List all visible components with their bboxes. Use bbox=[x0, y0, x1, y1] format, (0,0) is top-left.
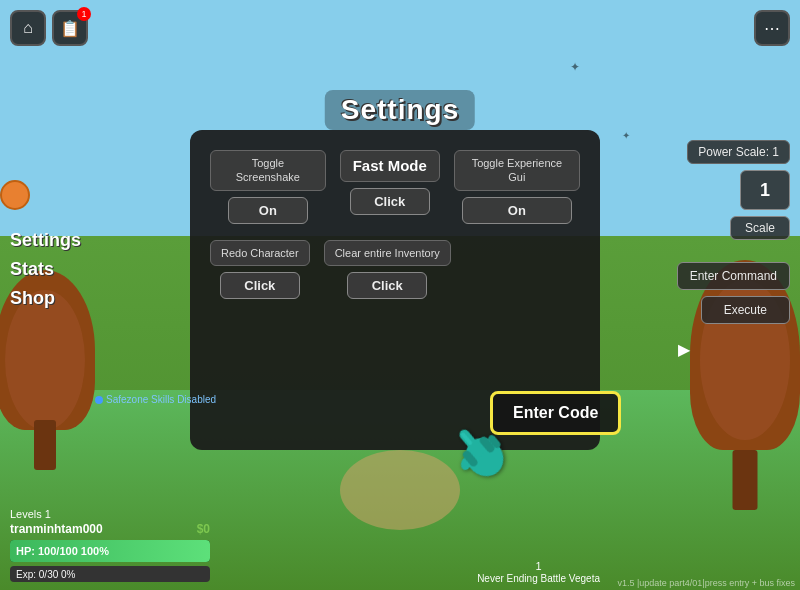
nav-settings[interactable]: Settings bbox=[10, 230, 81, 251]
home-button[interactable]: ⌂ bbox=[10, 10, 46, 46]
notification-icon: 📋 bbox=[60, 19, 80, 38]
fast-mode-item: Fast Mode Click bbox=[340, 150, 440, 215]
fast-mode-button[interactable]: Click bbox=[350, 188, 430, 215]
clear-inventory-item: Clear entire Inventory Click bbox=[324, 240, 451, 299]
power-scale-input[interactable]: 1 bbox=[740, 170, 790, 210]
fast-mode-label: Fast Mode bbox=[340, 150, 440, 182]
hp-bar-container: HP: 100/100 100% bbox=[10, 540, 210, 562]
redo-character-item: Redo Character Click bbox=[210, 240, 310, 299]
version-text: v1.5 |update part4/01|press entry + bus … bbox=[612, 576, 800, 590]
more-options-icon: ⋯ bbox=[764, 19, 780, 38]
hp-text: HP: 100/100 100% bbox=[16, 545, 109, 557]
safezone-text: Safezone Skills Disabled bbox=[106, 394, 216, 405]
right-panel: Power Scale: 1 1 Scale Enter Command Exe… bbox=[677, 140, 790, 324]
execute-button[interactable]: Execute bbox=[701, 296, 790, 324]
more-options-button[interactable]: ⋯ bbox=[754, 10, 790, 46]
battle-name: Never Ending Battle Vegeta bbox=[477, 572, 600, 585]
notification-button[interactable]: 📋 1 bbox=[52, 10, 88, 46]
player-character-icon bbox=[0, 180, 30, 210]
clear-inventory-button[interactable]: Click bbox=[347, 272, 427, 299]
toggle-experience-gui-item: Toggle Experience Gui On bbox=[454, 150, 580, 224]
toggle-screenshake-item: Toggle Screenshake On bbox=[210, 150, 326, 224]
home-icon: ⌂ bbox=[23, 19, 33, 37]
enter-command-button[interactable]: Enter Command bbox=[677, 262, 790, 290]
exp-bar-container: Exp: 0/30 0% bbox=[10, 566, 210, 582]
toggle-screenshake-button[interactable]: On bbox=[228, 197, 308, 224]
sky-figure-2: ✦ bbox=[622, 130, 630, 141]
notification-badge: 1 bbox=[77, 7, 91, 21]
power-scale-label: Power Scale: 1 bbox=[687, 140, 790, 164]
top-left-icons: ⌂ 📋 1 bbox=[10, 10, 88, 46]
enter-code-button[interactable]: Enter Code bbox=[490, 391, 621, 435]
nav-stats[interactable]: Stats bbox=[10, 259, 81, 280]
battle-info: 1 Never Ending Battle Vegeta bbox=[477, 560, 600, 590]
username-label: tranminhtam000 bbox=[10, 522, 103, 536]
settings-title: Settings bbox=[325, 90, 475, 130]
redo-character-button[interactable]: Click bbox=[220, 272, 300, 299]
safezone-dot bbox=[95, 396, 103, 404]
top-right-menu[interactable]: ⋯ bbox=[754, 10, 790, 46]
safezone-notice: Safezone Skills Disabled bbox=[95, 394, 216, 405]
toggle-screenshake-label: Toggle Screenshake bbox=[210, 150, 326, 191]
sky-figure-1: ✦ bbox=[570, 60, 580, 74]
ground-path bbox=[340, 450, 460, 530]
toggle-experience-gui-label: Toggle Experience Gui bbox=[454, 150, 580, 191]
left-nav: Settings Stats Shop bbox=[10, 230, 81, 317]
settings-row-2: Redo Character Click Clear entire Invent… bbox=[210, 240, 580, 299]
redo-character-label: Redo Character bbox=[210, 240, 310, 266]
clear-inventory-label: Clear entire Inventory bbox=[324, 240, 451, 266]
toggle-experience-gui-button[interactable]: On bbox=[462, 197, 572, 224]
nav-shop[interactable]: Shop bbox=[10, 288, 81, 309]
level-label: Levels 1 bbox=[10, 508, 210, 520]
scale-button[interactable]: Scale bbox=[730, 216, 790, 240]
battle-level: 1 bbox=[536, 560, 542, 572]
bottom-hud: Levels 1 tranminhtam000 $0 HP: 100/100 1… bbox=[0, 500, 220, 590]
money-label: $0 bbox=[197, 522, 210, 536]
exp-text: Exp: 0/30 0% bbox=[16, 569, 75, 580]
settings-row-1: Toggle Screenshake On Fast Mode Click To… bbox=[210, 150, 580, 224]
username-money-row: tranminhtam000 $0 bbox=[10, 522, 210, 536]
